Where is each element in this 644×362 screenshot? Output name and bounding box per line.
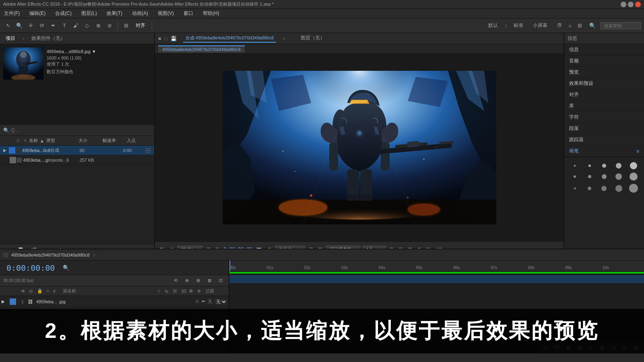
separator-2 [152, 22, 152, 30]
layer-pencil[interactable]: ✏ [202, 299, 205, 304]
timeline-tool-1[interactable]: ⟲ [171, 276, 180, 286]
project-search-input[interactable] [11, 128, 151, 133]
brush-dot[interactable] [602, 174, 607, 179]
right-item-effects[interactable]: 效果和预设 [564, 78, 644, 89]
maximize-button[interactable] [628, 2, 634, 7]
brush-dot[interactable] [630, 162, 637, 169]
timeline-tool-2[interactable]: ⊕ [182, 276, 192, 286]
minimize-button[interactable] [621, 2, 626, 7]
tool-text[interactable]: T [60, 21, 69, 31]
layer-col-lock: 🔒 [37, 288, 43, 294]
comp-viewer [223, 71, 496, 224]
default-workspace[interactable]: 默认 [485, 21, 501, 30]
timeline-tool-4[interactable]: ⊠ [204, 276, 214, 286]
brush-dot[interactable] [616, 163, 621, 169]
tick-03s: 03s [341, 265, 348, 270]
timeline-current-time: 0:00:00:00 [3, 263, 58, 273]
right-item-align[interactable]: 对齐 [564, 89, 644, 101]
layer-star[interactable]: ☆ [195, 299, 199, 304]
search-help-icon[interactable]: 🔍 [588, 21, 597, 31]
layer-row[interactable]: ▶ 1 🖼 4959eba... .jpg ☆ ✏ 无 无 [0, 296, 229, 307]
timeline-header: 4959eba9e4eb294879c070d349a980c8 ≡ [0, 249, 644, 261]
tool-move[interactable]: ✛ [26, 21, 35, 31]
right-item-paragraph[interactable]: 段落 [564, 123, 644, 134]
comp-header-icon1: ■ [158, 36, 161, 41]
img-type: Importe...6 [48, 158, 80, 162]
brush-dot[interactable] [615, 173, 622, 180]
layer-expand-btn[interactable]: ▶ [2, 299, 8, 304]
active-comp-tab[interactable]: 4959eba8e4eb294879c070d349a980c8 [158, 45, 245, 53]
timeline-tool-5[interactable]: ⊡ [216, 276, 225, 286]
tool-puppet[interactable]: ⊘ [105, 21, 114, 31]
menu-composition[interactable]: 合成(C) [53, 9, 74, 18]
menu-edit[interactable]: 编辑(E) [27, 9, 48, 18]
timeline-search-btn[interactable]: 🔍 [61, 263, 71, 273]
right-item-preview[interactable]: 预览 [564, 67, 644, 78]
menu-effects[interactable]: 效果(T) [104, 9, 125, 18]
svg-point-25 [357, 131, 361, 135]
tab-project[interactable]: 项目 [3, 34, 18, 43]
col-fps-header: 帧速率 [103, 138, 127, 144]
svg-rect-21 [347, 195, 359, 201]
brush-dot[interactable] [629, 184, 638, 193]
file-row-img[interactable]: 4959eba....g Importe...6 257 KB [0, 155, 154, 165]
brush-dot[interactable] [602, 164, 606, 168]
tick-08s: 08s [528, 265, 535, 270]
menu-layer[interactable]: 图层(L) [79, 9, 99, 18]
brush-dot[interactable] [615, 185, 622, 192]
right-item-info[interactable]: 信息 [564, 44, 644, 56]
brush-dot[interactable] [574, 175, 576, 178]
file-row-comp[interactable]: ▶ 4959eba...0c8 合成 30 0:00 ⊞ [0, 146, 154, 155]
right-item-character[interactable]: 字符 [564, 112, 644, 123]
menu-file[interactable]: 文件(F) [2, 9, 22, 18]
tool-stamp[interactable]: ⊕ [93, 21, 103, 31]
right-item-library[interactable]: 库 [564, 101, 644, 112]
menu-animation[interactable]: 动画(A) [130, 9, 151, 18]
brush-dot[interactable] [574, 187, 576, 189]
img-name: 4959eba....g [23, 158, 48, 162]
comp-tab-bar: 4959eba8e4eb294879c070d349a980c8 [155, 44, 564, 54]
tool-shape[interactable]: ◇ [82, 21, 92, 31]
tool-camera-rotate[interactable]: ⟳ [37, 21, 47, 31]
tab-effects-controls[interactable]: 效果控件（无） [29, 34, 68, 43]
align-label[interactable]: 对齐 [132, 21, 149, 30]
menu-help[interactable]: 帮助(H) [200, 9, 222, 18]
timeline-layer-controls-header: 30.00 (30.00 fps) ⟲ ⊕ ⊞ ⊠ ⊡ [0, 275, 229, 286]
workspace-expand[interactable]: ⊞ [575, 21, 584, 31]
layer-color-box [10, 298, 16, 305]
brush-dot[interactable] [630, 173, 638, 181]
layer-tab[interactable]: 图层（无） [298, 34, 327, 43]
layer-parent-select[interactable]: 无 [215, 299, 227, 304]
timeline-comp-name: 4959eba9e4eb294879c070d349a980c8 [11, 253, 90, 257]
brush-dot[interactable] [588, 175, 591, 178]
small-screen-workspace[interactable]: 小屏幕 [530, 21, 551, 30]
search-help-input[interactable] [601, 22, 641, 29]
timeline-playhead[interactable] [229, 261, 230, 272]
col-sort-icon[interactable]: ▲ [40, 138, 46, 143]
brush-dot[interactable] [588, 165, 591, 167]
brush-dot[interactable] [588, 187, 591, 190]
layer-col-label: ◾ [45, 288, 52, 294]
asset-info: 4959eba....a980c8.jpg ▼ 644 x 362 (1.00… [47, 47, 96, 121]
comp-tab-main[interactable]: 合成 4959eba8e4eb294879c070d349a980c8 [183, 34, 277, 43]
tool-arrow[interactable]: ↖ [3, 21, 13, 31]
right-item-audio[interactable]: 音频 [564, 56, 644, 67]
ruler-ticks: 00s 01s 02s 03s 04s 05s 06s 07s 08s 09s … [229, 270, 644, 271]
menu-window[interactable]: 窗口 [181, 9, 196, 18]
menu-view[interactable]: 视图(V) [155, 9, 176, 18]
close-button[interactable] [635, 2, 641, 7]
tick-07s: 07s [491, 265, 497, 270]
comp-header-icon3: 💾 [171, 36, 177, 41]
tool-align-icon[interactable]: ⊞ [121, 21, 131, 31]
tool-brush[interactable]: 🖌 [71, 21, 80, 31]
timeline-tool-3[interactable]: ⊞ [193, 276, 203, 286]
seq-workspace[interactable]: 序 [554, 21, 565, 30]
standard-workspace[interactable]: 标准 [510, 21, 526, 30]
tool-pen[interactable]: ✒ [48, 21, 58, 31]
asset-colors: 数百万种颜色 [47, 69, 96, 75]
tool-search[interactable]: 🔍 [14, 21, 24, 31]
right-item-brush[interactable]: 画笔 ≡ [564, 146, 644, 157]
brush-dot[interactable] [574, 165, 576, 167]
brush-dot[interactable] [601, 186, 607, 191]
right-item-tracker[interactable]: 跟踪器 [564, 134, 644, 146]
